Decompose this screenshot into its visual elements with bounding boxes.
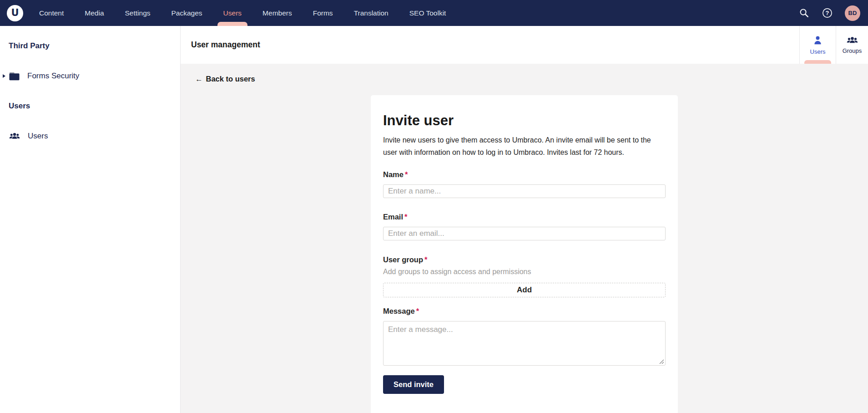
message-field[interactable] <box>383 321 666 366</box>
user-group-label: User group* <box>383 255 666 264</box>
add-user-group-button[interactable]: Add <box>383 283 666 297</box>
umbraco-logo[interactable]: U <box>7 5 23 21</box>
textarea-resize-handle[interactable] <box>659 359 664 364</box>
nav-item-users[interactable]: Users <box>213 0 252 26</box>
nav-item-packages[interactable]: Packages <box>161 0 213 26</box>
card-title: Invite user <box>383 113 666 128</box>
nav-item-seo-toolkit[interactable]: SEO Toolkit <box>399 0 457 26</box>
nav-item-members[interactable]: Members <box>252 0 303 26</box>
question-mark-glyph: ? <box>822 8 833 18</box>
magnifier-glyph <box>799 8 809 18</box>
sidebar-heading-users: Users <box>0 102 180 111</box>
name-field[interactable] <box>383 184 666 198</box>
nav-item-translation[interactable]: Translation <box>343 0 399 26</box>
nav-item-forms[interactable]: Forms <box>303 0 343 26</box>
email-label: Email* <box>383 213 666 221</box>
help-icon[interactable]: ? <box>822 8 833 19</box>
tab-groups[interactable]: Groups <box>836 26 868 64</box>
required-asterisk: * <box>416 307 419 315</box>
section-header: User management Users <box>181 26 868 64</box>
card-intro-text: Invite new users to give them access to … <box>383 134 666 158</box>
avatar-initials: BD <box>848 10 857 16</box>
user-icon <box>812 35 823 46</box>
name-label: Name* <box>383 170 666 179</box>
page-title: User management <box>181 40 260 50</box>
umbraco-logo-glyph: U <box>11 7 19 18</box>
tab-label: Groups <box>843 47 862 54</box>
required-asterisk: * <box>404 213 407 221</box>
content-area: ← Back to users Invite user Invite new u… <box>181 64 868 413</box>
back-arrow-icon: ← <box>195 75 203 83</box>
folder-icon <box>9 72 20 81</box>
invite-user-card: Invite user Invite new users to give the… <box>371 95 678 413</box>
main-menu: Content Media Settings Packages Users Me… <box>29 0 456 26</box>
search-icon[interactable] <box>798 8 809 19</box>
sidebar-item-label: Users <box>28 132 48 141</box>
user-avatar[interactable]: BD <box>845 5 860 21</box>
nav-item-settings[interactable]: Settings <box>115 0 161 26</box>
nav-utilities: ? BD <box>798 5 868 21</box>
sidebar-heading-third-party: Third Party <box>0 41 180 51</box>
tab-label: Users <box>810 48 826 55</box>
back-to-users-link[interactable]: ← Back to users <box>195 75 255 83</box>
top-navigation: U Content Media Settings Packages Users … <box>0 0 868 26</box>
user-group-icon <box>9 132 20 140</box>
required-asterisk: * <box>424 255 427 264</box>
nav-item-content[interactable]: Content <box>29 0 74 26</box>
required-asterisk: * <box>405 170 408 178</box>
sidebar-item-users[interactable]: Users <box>0 131 180 141</box>
tab-users[interactable]: Users <box>799 26 836 64</box>
header-tabs: Users Groups <box>799 26 868 64</box>
email-field[interactable] <box>383 227 666 240</box>
back-link-label: Back to users <box>206 75 255 83</box>
sidebar-item-label: Forms Security <box>27 71 79 81</box>
send-invite-button[interactable]: Send invite <box>383 375 444 394</box>
caret-right-icon[interactable] <box>3 74 5 78</box>
user-group-description: Add groups to assign access and permissi… <box>383 268 666 276</box>
nav-item-media[interactable]: Media <box>74 0 114 26</box>
tree-sidebar: Third Party Forms Security Users <box>0 26 181 413</box>
message-label: Message* <box>383 307 666 316</box>
svg-text:?: ? <box>825 10 829 16</box>
groups-icon <box>847 36 858 45</box>
sidebar-item-forms-security[interactable]: Forms Security <box>0 71 180 81</box>
